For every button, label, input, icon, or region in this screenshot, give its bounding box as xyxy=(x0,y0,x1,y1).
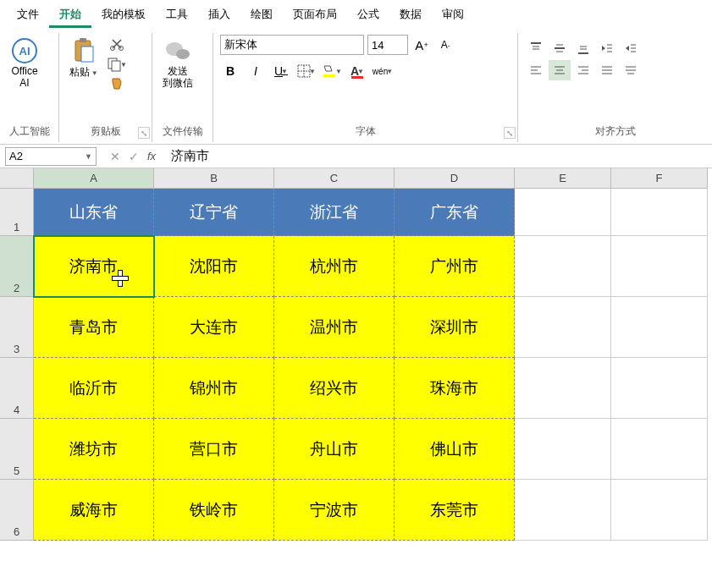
cell-b6[interactable]: 铁岭市 xyxy=(154,480,274,541)
cell-e2[interactable] xyxy=(515,236,611,297)
cell-b1[interactable]: 辽宁省 xyxy=(154,189,274,236)
cell-f3[interactable] xyxy=(611,297,708,358)
align-center-button[interactable] xyxy=(549,60,571,80)
ai-icon: AI xyxy=(10,36,39,65)
cell-f6[interactable] xyxy=(611,480,708,541)
cancel-formula-button[interactable]: ✕ xyxy=(110,150,120,163)
copy-button[interactable]: ▼ xyxy=(107,55,127,74)
cell-e6[interactable] xyxy=(515,480,611,541)
menu-review[interactable]: 审阅 xyxy=(432,3,474,28)
cell-e1[interactable] xyxy=(515,189,611,236)
align-left-button[interactable] xyxy=(525,60,547,80)
underline-button[interactable]: U▼ xyxy=(271,62,291,80)
col-header-d[interactable]: D xyxy=(395,168,515,189)
fx-icon[interactable]: fx xyxy=(147,150,156,162)
increase-indent-button[interactable] xyxy=(620,38,642,58)
decrease-indent-button[interactable] xyxy=(596,38,618,58)
col-header-c[interactable]: C xyxy=(274,168,395,189)
font-color-button[interactable]: A ▼ xyxy=(347,62,367,80)
cell-f5[interactable] xyxy=(611,419,708,480)
accept-formula-button[interactable]: ✓ xyxy=(129,150,139,163)
col-header-b[interactable]: B xyxy=(154,168,274,189)
svg-text:AI: AI xyxy=(19,45,30,58)
spreadsheet-grid: A B C D E F 1 山东省 辽宁省 浙江省 广东省 2 济南市 沈阳市 … xyxy=(0,168,712,541)
ribbon: AI Office AI 人工智能 粘贴 ▼ ▼ xyxy=(0,28,712,145)
cell-a6[interactable]: 威海市 xyxy=(34,480,154,541)
row-header-5[interactable]: 5 xyxy=(0,419,34,480)
cell-c3[interactable]: 温州市 xyxy=(274,297,395,358)
cell-f2[interactable] xyxy=(611,236,708,297)
formula-input[interactable] xyxy=(164,147,712,166)
col-header-f[interactable]: F xyxy=(611,168,708,189)
office-ai-button[interactable]: AI Office AI xyxy=(7,35,42,91)
row-header-4[interactable]: 4 xyxy=(0,358,34,419)
menu-home[interactable]: 开始 xyxy=(49,3,91,28)
cell-a3[interactable]: 青岛市 xyxy=(34,297,154,358)
cell-d4[interactable]: 珠海市 xyxy=(395,358,515,419)
font-launcher[interactable]: ⤡ xyxy=(504,127,516,139)
col-header-e[interactable]: E xyxy=(515,168,611,189)
cell-e3[interactable] xyxy=(515,297,611,358)
select-all-corner[interactable] xyxy=(0,168,34,189)
cell-a4[interactable]: 临沂市 xyxy=(34,358,154,419)
row-header-3[interactable]: 3 xyxy=(0,297,34,358)
font-size-select[interactable] xyxy=(367,35,408,55)
cell-c5[interactable]: 舟山市 xyxy=(274,419,395,480)
cell-f1[interactable] xyxy=(611,189,708,236)
cell-b5[interactable]: 营口市 xyxy=(154,419,274,480)
cell-a2-value: 济南市 xyxy=(69,256,118,278)
row-header-1[interactable]: 1 xyxy=(0,189,34,236)
cell-d2[interactable]: 广州市 xyxy=(395,236,515,297)
row-header-2[interactable]: 2 xyxy=(0,236,34,297)
menu-tools[interactable]: 工具 xyxy=(156,3,198,28)
cell-d3[interactable]: 深圳市 xyxy=(395,297,515,358)
cell-b4[interactable]: 锦州市 xyxy=(154,358,274,419)
bold-button[interactable]: B xyxy=(220,62,240,80)
cell-e4[interactable] xyxy=(515,358,611,419)
menu-file[interactable]: 文件 xyxy=(7,3,49,28)
align-bottom-button[interactable] xyxy=(572,38,594,58)
align-middle-button[interactable] xyxy=(549,38,571,58)
cell-c6[interactable]: 宁波市 xyxy=(274,480,395,541)
cell-a2[interactable]: 济南市 xyxy=(34,236,154,297)
cell-b2[interactable]: 沈阳市 xyxy=(154,236,274,297)
menu-draw[interactable]: 绘图 xyxy=(240,3,283,28)
cell-e5[interactable] xyxy=(515,419,611,480)
align-top-button[interactable] xyxy=(525,38,547,58)
cut-button[interactable] xyxy=(107,35,127,53)
cell-c2[interactable]: 杭州市 xyxy=(274,236,395,297)
cell-c1[interactable]: 浙江省 xyxy=(274,189,395,236)
name-box[interactable]: A2 ▼ xyxy=(5,147,97,166)
border-button[interactable]: ▼ xyxy=(296,62,317,80)
menu-formula[interactable]: 公式 xyxy=(347,3,389,28)
cell-d6[interactable]: 东莞市 xyxy=(395,480,515,541)
col-header-a[interactable]: A xyxy=(34,168,154,189)
fill-color-button[interactable]: ▼ xyxy=(322,62,342,80)
menu-data[interactable]: 数据 xyxy=(389,3,432,28)
format-painter-button[interactable] xyxy=(107,75,127,94)
cell-d1[interactable]: 广东省 xyxy=(395,189,515,236)
paste-button[interactable]: 粘贴 ▼ xyxy=(66,35,102,81)
clipboard-launcher[interactable]: ⤡ xyxy=(138,127,150,139)
distribute-button[interactable] xyxy=(620,60,642,80)
font-name-select[interactable] xyxy=(220,35,364,55)
group-label-wechat: 文件传输 xyxy=(159,124,206,140)
row-header-6[interactable]: 6 xyxy=(0,480,34,541)
cell-b3[interactable]: 大连市 xyxy=(154,297,274,358)
pinyin-button[interactable]: wén▼ xyxy=(373,62,393,80)
cell-c4[interactable]: 绍兴市 xyxy=(274,358,395,419)
cell-a5[interactable]: 潍坊市 xyxy=(34,419,154,480)
cell-f4[interactable] xyxy=(611,358,708,419)
menu-insert[interactable]: 插入 xyxy=(198,3,240,28)
wechat-icon xyxy=(163,36,192,65)
decrease-font-button[interactable]: A- xyxy=(435,36,455,54)
cell-d5[interactable]: 佛山市 xyxy=(395,419,515,480)
menu-templates[interactable]: 我的模板 xyxy=(91,3,156,28)
cell-a1[interactable]: 山东省 xyxy=(34,189,154,236)
italic-button[interactable]: I xyxy=(246,62,266,80)
justify-button[interactable] xyxy=(596,60,618,80)
align-right-button[interactable] xyxy=(572,60,594,80)
increase-font-button[interactable]: A+ xyxy=(411,36,432,54)
menu-pagelayout[interactable]: 页面布局 xyxy=(283,3,347,28)
send-wechat-button[interactable]: 发送 到微信 xyxy=(159,35,196,91)
